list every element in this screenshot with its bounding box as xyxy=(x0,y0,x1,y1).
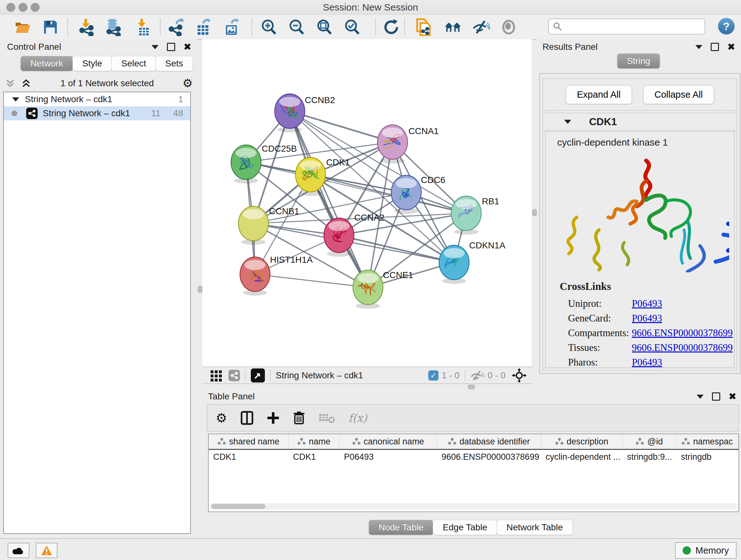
export-network-icon[interactable] xyxy=(167,18,185,36)
network-canvas[interactable]: CCNB2CCNA1CDC25BCDK1CDC6RB1CCNB1CCNA2CDK… xyxy=(202,39,532,367)
tab-network-table[interactable]: Network Table xyxy=(496,520,573,535)
column-header-namespac[interactable]: namespac xyxy=(677,434,738,449)
network-tree: String Network – cdk1 1 String Network –… xyxy=(3,91,191,534)
open-file-icon[interactable] xyxy=(14,18,32,36)
function-builder-icon[interactable]: f(x) xyxy=(348,412,367,424)
column-header--id[interactable]: @id xyxy=(623,434,677,449)
expand-all-icon[interactable] xyxy=(20,78,32,88)
memory-status-dot xyxy=(683,546,691,555)
tab-select[interactable]: Select xyxy=(111,56,156,71)
import-network-file-icon[interactable] xyxy=(77,18,95,36)
panel-menu-icon[interactable] xyxy=(151,45,158,49)
table-cell: 9606.ENSP00000378699 xyxy=(437,452,541,462)
export-image-icon[interactable] xyxy=(223,18,241,36)
delete-column-icon[interactable] xyxy=(293,411,305,425)
show-all-houses-icon[interactable] xyxy=(444,18,462,36)
panel-menu-icon[interactable] xyxy=(695,45,702,49)
import-table-icon[interactable] xyxy=(134,18,151,36)
network-node-HIST1H1A[interactable]: HIST1H1A xyxy=(240,255,313,296)
table-tabs: Node Table Edge Table Network Table xyxy=(201,520,741,535)
search-input[interactable] xyxy=(562,21,704,32)
collection-expander-icon[interactable] xyxy=(12,98,19,102)
scrollbar-thumb[interactable] xyxy=(211,504,266,509)
zoom-fit-icon[interactable] xyxy=(315,18,333,36)
network-status-dot xyxy=(11,111,17,116)
crosslink-row: Pharos:P06493 xyxy=(568,355,734,368)
network-node-CCNA2[interactable]: CCNA2 xyxy=(324,212,385,257)
network-node-RB1[interactable]: RB1 xyxy=(451,196,499,235)
preview-eye-icon[interactable] xyxy=(500,18,518,36)
import-network-database-icon[interactable] xyxy=(105,18,122,36)
panel-menu-icon[interactable] xyxy=(697,395,704,399)
string-view-icon[interactable] xyxy=(228,370,240,381)
close-panel-icon[interactable]: ✖ xyxy=(727,42,735,52)
tab-edge-table[interactable]: Edge Table xyxy=(433,520,497,535)
zoom-in-icon[interactable] xyxy=(260,18,278,36)
crosslink-link[interactable]: 9606.ENSP00000378699 xyxy=(632,342,733,354)
export-table-icon[interactable] xyxy=(194,18,212,36)
tab-node-table[interactable]: Node Table xyxy=(368,520,433,535)
network-row[interactable]: String Network – cdk1 11 48 xyxy=(4,106,190,120)
crosslink-link[interactable]: P06493 xyxy=(632,298,662,309)
column-header-name[interactable]: name xyxy=(288,434,340,449)
gene-expander-icon[interactable] xyxy=(564,120,571,124)
table-horizontal-scrollbar[interactable] xyxy=(210,503,737,509)
close-panel-icon[interactable]: ✖ xyxy=(184,42,192,52)
fit-crosshair-icon[interactable] xyxy=(512,368,527,383)
help-button[interactable]: ? xyxy=(718,18,735,35)
birdseye-view-icon[interactable] xyxy=(251,368,265,382)
warning-status-button[interactable] xyxy=(36,543,57,558)
right-splitter-handle[interactable] xyxy=(532,209,537,216)
zoom-out-icon[interactable] xyxy=(287,18,306,36)
horizontal-splitter-handle[interactable] xyxy=(468,385,475,389)
cloud-status-button[interactable] xyxy=(8,543,29,558)
selected-checkbox-icon[interactable]: ✓ xyxy=(428,370,439,381)
network-node-CDC25B[interactable]: CDC25B xyxy=(231,144,297,184)
network-node-CCNE1[interactable]: CCNE1 xyxy=(353,270,413,309)
tab-network[interactable]: Network xyxy=(20,56,73,71)
memory-button[interactable]: Memory xyxy=(675,542,737,559)
hide-selected-eye-icon[interactable] xyxy=(472,18,490,36)
network-edge xyxy=(290,111,393,142)
refresh-icon[interactable] xyxy=(382,18,400,36)
table-cell: P06493 xyxy=(340,452,437,462)
expand-all-button[interactable]: Expand All xyxy=(566,85,632,104)
crosslink-row: Tissues:9606.ENSP00000378699 xyxy=(568,340,734,355)
float-panel-icon[interactable] xyxy=(167,43,175,51)
add-column-icon[interactable] xyxy=(267,412,280,424)
table-options-gear-icon[interactable]: ⚙ xyxy=(216,412,227,424)
crosslink-link[interactable]: P06493 xyxy=(632,313,662,324)
close-panel-icon[interactable]: ✖ xyxy=(729,392,737,401)
clone-network-icon[interactable] xyxy=(415,18,433,36)
float-panel-icon[interactable] xyxy=(712,392,720,401)
crosslink-row: GeneCard:P06493 xyxy=(568,311,734,326)
tab-sets[interactable]: Sets xyxy=(155,56,193,71)
toolbar-separator xyxy=(404,18,405,35)
float-panel-icon[interactable] xyxy=(711,43,719,51)
network-node-CCNB2[interactable]: CCNB2 xyxy=(275,94,335,132)
network-node-CDKN1A[interactable]: CDKN1A xyxy=(439,240,506,284)
hidden-eye-icon[interactable] xyxy=(470,370,484,381)
column-header-database-identifier[interactable]: database identifier xyxy=(437,434,541,449)
save-session-icon[interactable] xyxy=(42,18,59,36)
column-header-shared-name[interactable]: shared name xyxy=(209,434,288,449)
collapse-all-button[interactable]: Collapse All xyxy=(643,85,714,104)
left-splitter-handle[interactable] xyxy=(198,286,202,293)
network-node-CDK1[interactable]: CDK1 xyxy=(295,158,350,196)
grid-view-icon[interactable] xyxy=(210,369,223,382)
network-node-CDC6[interactable]: CDC6 xyxy=(391,175,445,214)
tab-style[interactable]: Style xyxy=(72,56,112,71)
tab-string[interactable]: String xyxy=(617,53,660,69)
network-options-gear-icon[interactable]: ⚙ xyxy=(183,78,193,89)
table-row[interactable]: CDK1CDK1P064939606.ENSP00000378699cyclin… xyxy=(209,450,738,464)
delete-table-icon[interactable] xyxy=(319,412,335,424)
column-header-description[interactable]: description xyxy=(541,434,623,449)
column-header-canonical-name[interactable]: canonical name xyxy=(340,434,437,449)
network-collection-row[interactable]: String Network – cdk1 1 xyxy=(4,92,190,106)
crosslink-link[interactable]: 9606.ENSP00000378699 xyxy=(632,327,733,339)
search-field[interactable] xyxy=(548,18,705,35)
crosslink-link[interactable]: P06493 xyxy=(632,357,662,368)
zoom-selected-icon[interactable] xyxy=(343,18,361,36)
show-columns-icon[interactable] xyxy=(241,411,253,425)
collapse-all-icon[interactable] xyxy=(4,78,16,88)
